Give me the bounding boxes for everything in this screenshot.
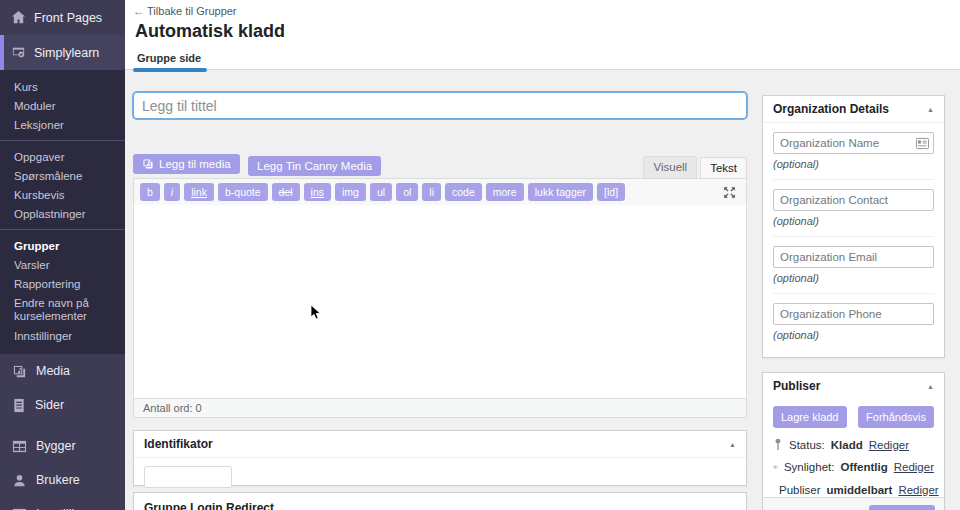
sidebar-item-label: Brukere [36, 473, 80, 487]
identifier-input[interactable] [144, 466, 232, 488]
builder-grid-icon [12, 439, 27, 454]
organization-phone-input[interactable] [773, 303, 934, 325]
schedule-value: umiddelbart [827, 484, 893, 496]
collapse-arrow-icon[interactable] [927, 106, 934, 113]
publish-panel-header[interactable]: Publiser [763, 373, 944, 399]
qt-li-button[interactable]: li [422, 183, 441, 201]
sidebar-item-label: Bygger [36, 439, 76, 453]
visibility-label: Synlighet: [784, 461, 835, 473]
editor-text-area[interactable] [134, 205, 746, 398]
optional-note: (optional) [773, 329, 934, 341]
submenu-endre-navn[interactable]: Endre navn på kurselementer [0, 293, 110, 326]
edit-visibility-link[interactable]: Rediger [894, 461, 934, 473]
tab-visual[interactable]: Visuell [643, 156, 697, 179]
qt-img-button[interactable]: img [335, 183, 366, 201]
visibility-value: Offentlig [840, 461, 887, 473]
qt-ins-button[interactable]: ins [304, 183, 331, 201]
organization-details-panel: Organization Details (optional) (optiona… [762, 95, 945, 358]
editor-media-row: Legg til media Legg Tin Canny Media Visu… [133, 154, 747, 176]
publish-panel-body: Lagre kladd Forhåndsvis Status: Kladd Re… [763, 399, 944, 496]
editor-mode-tabs: Visuell Tekst [643, 156, 747, 179]
tab-gruppe-side[interactable]: Gruppe side [137, 52, 201, 70]
fullscreen-expand-icon[interactable] [723, 186, 736, 199]
submenu-grupper[interactable]: Grupper [0, 236, 125, 255]
pushpin-icon [773, 438, 783, 451]
add-tincanny-media-button[interactable]: Legg Tin Canny Media [248, 156, 381, 176]
group-login-redirect-panel: Gruppe Login Redirect [133, 492, 747, 510]
post-title-input[interactable] [133, 92, 747, 119]
sidebar-item-innstillinger[interactable]: Innstillinger [0, 497, 125, 510]
learn-book-icon [11, 45, 26, 60]
qt-bquote-button[interactable]: b-quote [218, 183, 268, 201]
qt-bold-button[interactable]: b [140, 183, 160, 201]
users-icon [12, 473, 27, 488]
collapse-arrow-icon[interactable] [927, 383, 934, 390]
organization-panel-body: (optional) (optional) (optional) (option… [763, 123, 944, 341]
edit-status-link[interactable]: Rediger [869, 439, 909, 451]
submenu-innstillinger[interactable]: Innstillinger [0, 326, 125, 345]
eye-icon [773, 462, 778, 472]
admin-sidebar: Front Pages Simplylearn Kurs Moduler Lek… [0, 0, 125, 510]
organization-name-input[interactable] [773, 132, 934, 154]
org-phone-group: (optional) [773, 303, 934, 341]
org-name-group: (optional) [773, 132, 934, 180]
qt-ld-shortcode-button[interactable]: [ld] [597, 183, 625, 201]
qt-link-button[interactable]: link [184, 183, 214, 201]
preview-button[interactable]: Forhåndsvis [858, 406, 934, 428]
submenu-moduler[interactable]: Moduler [0, 96, 125, 115]
qt-del-button[interactable]: del [272, 183, 300, 201]
status-label: Status: [789, 439, 825, 451]
schedule-label: Publiser [779, 484, 821, 496]
save-draft-button[interactable]: Lagre kladd [773, 406, 847, 428]
qt-more-button[interactable]: more [486, 183, 524, 201]
organization-email-input[interactable] [773, 246, 934, 268]
identifier-panel-header[interactable]: Identifikator [134, 431, 746, 458]
submenu-kurs[interactable]: Kurs [0, 77, 125, 96]
submenu-kursbevis[interactable]: Kursbevis [0, 185, 125, 204]
sidebar-item-label: Front Pages [34, 11, 102, 25]
sidebar-item-label: Simplylearn [34, 46, 99, 60]
sidebar-item-simplylearn[interactable]: Simplylearn [0, 35, 125, 70]
org-email-group: (optional) [773, 246, 934, 294]
sidebar-item-bygger[interactable]: Bygger [0, 429, 125, 463]
pages-icon [12, 398, 26, 413]
add-media-button[interactable]: Legg til media [133, 154, 240, 174]
optional-note: (optional) [773, 215, 934, 227]
sidebar-item-label: Media [36, 364, 70, 378]
sidebar-item-front-pages[interactable]: Front Pages [0, 0, 125, 35]
page-title: Automatisk kladd [135, 21, 285, 42]
edit-schedule-link[interactable]: Rediger [898, 484, 938, 496]
qt-close-tags-button[interactable]: lukk tagger [528, 183, 593, 201]
word-count-status: Antall ord: 0 [134, 398, 746, 417]
group-login-redirect-header[interactable]: Gruppe Login Redirect [134, 493, 746, 510]
organization-contact-input[interactable] [773, 189, 934, 211]
back-to-groups-link[interactable]: Tilbake til Grupper [133, 5, 237, 17]
submenu-oppgaver[interactable]: Oppgaver [0, 147, 125, 166]
group-login-redirect-title: Gruppe Login Redirect [144, 501, 274, 510]
status-value: Kladd [831, 439, 863, 451]
publish-panel-title: Publiser [773, 379, 820, 393]
sidebar-item-media[interactable]: Media [0, 354, 125, 388]
publish-button[interactable]: Publiser [869, 505, 935, 510]
org-contact-group: (optional) [773, 189, 934, 237]
sidebar-item-brukere[interactable]: Brukere [0, 463, 125, 497]
qt-ol-button[interactable]: ol [396, 183, 418, 201]
active-tab-underline [133, 68, 207, 72]
collapse-arrow-icon[interactable] [729, 441, 736, 448]
tab-text[interactable]: Tekst [700, 157, 747, 180]
submenu-rapportering[interactable]: Rapportering [0, 274, 125, 293]
add-media-label: Legg til media [159, 158, 231, 170]
submenu-leksjoner[interactable]: Leksjoner [0, 115, 125, 134]
home-icon [11, 10, 26, 25]
qt-code-button[interactable]: code [445, 183, 482, 201]
organization-panel-header[interactable]: Organization Details [763, 96, 944, 123]
media-icon [12, 364, 27, 379]
qt-italic-button[interactable]: i [164, 183, 180, 201]
submenu-sporsmalene[interactable]: Spørsmålene [0, 166, 125, 185]
submenu-opplastninger[interactable]: Opplastninger [0, 204, 125, 223]
qt-ul-button[interactable]: ul [370, 183, 392, 201]
simplylearn-submenu: Kurs Moduler Leksjoner Oppgaver Spørsmål… [0, 70, 125, 354]
submenu-varsler[interactable]: Varsler [0, 255, 125, 274]
contact-card-icon[interactable] [916, 136, 929, 154]
sidebar-item-sider[interactable]: Sider [0, 388, 125, 422]
